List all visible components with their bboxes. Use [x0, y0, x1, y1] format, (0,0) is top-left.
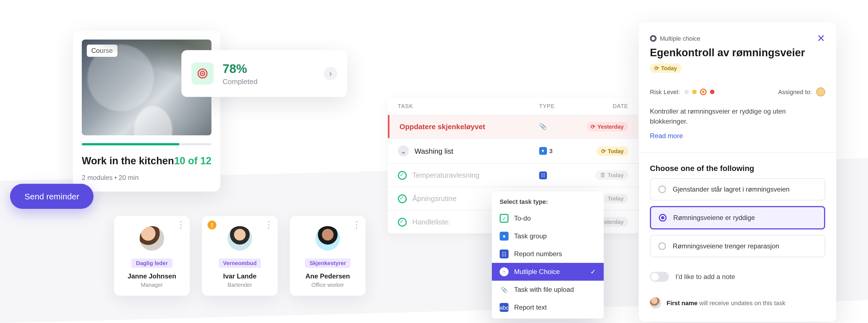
popover-title: Select task type: — [492, 192, 604, 209]
avatar — [138, 225, 165, 252]
radio-icon — [659, 214, 666, 222]
updates-text: will receive undates on this task — [699, 300, 785, 306]
task-done-icon[interactable] — [398, 194, 407, 203]
person-card[interactable]: ! ⋮ Verneombud Ivar Lande Bartender — [202, 216, 278, 296]
expand-button[interactable]: ⌄ — [398, 145, 409, 156]
task-done-icon[interactable] — [398, 171, 407, 180]
subtask-count: 3 — [549, 148, 553, 154]
task-type-option-text[interactable]: abc Report text — [492, 298, 604, 316]
date-chip: 🗓Today — [596, 170, 628, 180]
person-role: Office worker — [296, 282, 360, 288]
refresh-icon: ⟳ — [591, 124, 595, 130]
completion-next-button[interactable]: › — [324, 67, 337, 80]
add-note-label: I'd like to add a note — [676, 273, 735, 281]
report-numbers-icon: ☷ — [539, 171, 547, 179]
choice-label: Gjenstander står lagret i rømningsveien — [673, 185, 789, 193]
task-type-option-numbers[interactable]: ☷ Report numbers — [492, 245, 604, 263]
task-name: Åpningsrutine — [412, 194, 457, 203]
choice-label: Rømningsveiene trenger reparasjon — [673, 242, 779, 250]
choice-option[interactable]: Rømningsveiene er ryddige — [650, 206, 825, 230]
close-button[interactable]: ✕ — [817, 32, 825, 45]
task-row[interactable]: ⌄ Washing list ▾ 3 ⟳Today — [388, 138, 638, 163]
course-meta: 2 modules • 20 min — [82, 174, 211, 181]
task-group-icon: ▾ — [539, 147, 547, 155]
choice-option[interactable]: Gjenstander står lagret i rømningsveien — [650, 178, 825, 201]
svg-point-2 — [202, 73, 204, 75]
course-counter: 10 of 12 — [174, 155, 211, 167]
person-role: Bartender — [208, 282, 272, 288]
role-chip: Verneombud — [218, 258, 261, 268]
kebab-menu-icon[interactable]: ⋮ — [176, 221, 185, 230]
column-header-date: DATE — [578, 103, 628, 109]
task-row[interactable]: Oppdatere skjenkeløyvet 📎 ⟳Yesterday — [388, 115, 638, 138]
radio-icon — [658, 242, 666, 250]
task-detail-title: Egenkontroll av rømningsveier — [650, 47, 825, 59]
task-list-header: TASK TYPE DATE — [388, 97, 638, 115]
read-more-link[interactable]: Read more — [650, 132, 825, 140]
task-name: Oppdatere skjenkeløyvet — [400, 122, 485, 131]
multiple-choice-icon — [650, 35, 657, 42]
task-group-icon: ▾ — [500, 232, 508, 241]
date-chip: ⟳Today — [597, 146, 628, 156]
person-name: Ivar Lande — [208, 272, 272, 280]
role-chip: Daglig leder — [132, 258, 173, 268]
risk-dot-high-selected[interactable] — [700, 89, 707, 95]
send-reminder-button[interactable]: Send reminder — [10, 184, 94, 209]
add-note-toggle[interactable] — [650, 272, 669, 282]
assignee-avatar[interactable] — [816, 87, 825, 96]
date-chip: ⟳Yesterday — [586, 122, 628, 131]
person-role: Manager — [120, 282, 184, 288]
target-icon — [191, 62, 214, 85]
course-progress-bar — [82, 143, 211, 145]
updates-first-name: First name — [666, 300, 698, 306]
person-name: Janne Johnsen — [120, 272, 184, 280]
chevron-down-icon: ⌄ — [400, 147, 406, 155]
risk-dot-medium[interactable] — [692, 90, 696, 94]
task-type-option-file[interactable]: 📎 Task with file upload — [492, 281, 604, 298]
risk-dot-critical[interactable] — [710, 90, 714, 94]
person-card[interactable]: ⋮ Skjenkestyrer Ane Pedersen Office work… — [290, 216, 366, 296]
option-label: Task group — [514, 232, 547, 240]
risk-level-selector[interactable] — [684, 89, 714, 95]
task-type-option-group[interactable]: ▾ Task group — [492, 227, 604, 245]
task-name: Temperaturavlesning — [412, 171, 479, 179]
avatar — [650, 297, 661, 309]
due-date-chip: ⟳ Today — [650, 63, 681, 73]
avatar — [314, 225, 341, 252]
task-name: Washing list — [414, 147, 453, 155]
risk-dot-low[interactable] — [684, 90, 689, 94]
choice-option[interactable]: Rømningsveiene trenger reparasjon — [650, 235, 825, 257]
column-header-task: TASK — [398, 103, 539, 109]
choice-label: Rømningsveiene er ryddige — [673, 214, 755, 222]
check-icon: ✓ — [590, 268, 596, 276]
option-label: To-do — [514, 214, 531, 222]
multiple-choice-icon — [500, 267, 508, 276]
person-name: Ane Pedersen — [296, 272, 360, 280]
task-done-icon[interactable] — [398, 217, 407, 226]
completion-label: Completed — [223, 77, 324, 86]
avatar — [226, 225, 253, 252]
report-numbers-icon: ☷ — [500, 249, 508, 258]
column-header-type: TYPE — [539, 103, 578, 109]
calendar-icon: 🗓 — [600, 172, 606, 178]
course-badge: Course — [87, 45, 117, 57]
alert-badge-icon: ! — [208, 221, 216, 230]
role-chip: Skjenkestyrer — [305, 258, 350, 268]
completion-percent: 78% — [223, 62, 324, 76]
task-type-option-todo[interactable]: ✓ To-do — [492, 209, 604, 227]
option-label: Report text — [514, 303, 547, 311]
completion-card: 78% Completed › — [181, 50, 347, 97]
refresh-icon: ⟳ — [601, 148, 606, 154]
date-chip: Today — [603, 194, 628, 203]
refresh-icon: ⟳ — [654, 65, 659, 71]
radio-icon — [658, 185, 666, 193]
kebab-menu-icon[interactable]: ⋮ — [352, 221, 361, 230]
kebab-menu-icon[interactable]: ⋮ — [264, 221, 273, 230]
assigned-to-label: Assigned to: — [778, 89, 812, 95]
task-type-popover: Select task type: ✓ To-do ▾ Task group ☷… — [492, 192, 604, 319]
person-card[interactable]: ⋮ Daglig leder Janne Johnsen Manager — [114, 216, 190, 296]
task-type-option-multiple-choice[interactable]: Mutliple Choice ✓ — [492, 263, 604, 281]
updates-row: First name will receive undates on this … — [650, 297, 825, 309]
option-label: Mutliple Choice — [514, 268, 560, 276]
task-row[interactable]: Temperaturavlesning ☷ 🗓Today — [388, 163, 638, 186]
